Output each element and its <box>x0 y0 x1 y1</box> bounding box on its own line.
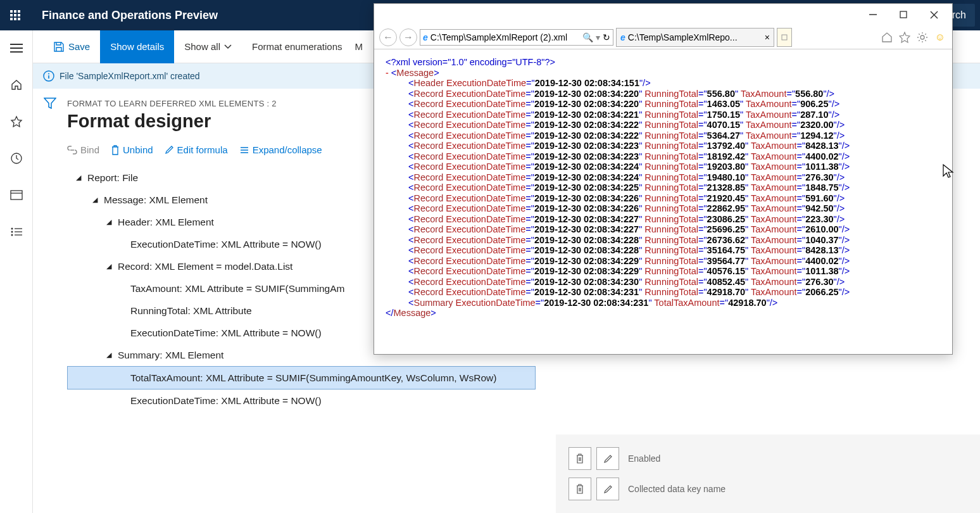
svg-rect-6 <box>11 191 22 200</box>
address-text: C:\Temp\SampleXmlReport (2).xml <box>430 32 580 42</box>
back-button[interactable]: ← <box>379 28 397 46</box>
home-button[interactable] <box>4 72 29 98</box>
forward-button[interactable]: → <box>399 28 417 46</box>
collected-label: Collected data key name <box>628 484 726 494</box>
tree-label: Record: XML Element = model.Data.List <box>118 255 292 277</box>
show-all-button[interactable]: Show all <box>174 30 242 63</box>
pencil-icon <box>603 454 613 464</box>
prop-row-enabled: Enabled <box>569 447 967 470</box>
svg-point-10 <box>11 231 13 233</box>
info-icon <box>43 70 54 82</box>
format-enum-label: Format enumerations <box>252 41 342 52</box>
tab-close-button[interactable]: × <box>765 32 770 42</box>
home-button[interactable] <box>880 30 894 44</box>
trash-icon <box>575 484 584 494</box>
maximize-button[interactable] <box>889 6 918 23</box>
tree-label: Summary: XML Element <box>118 344 223 366</box>
filter-column <box>33 89 67 513</box>
more-label: M <box>355 41 363 52</box>
link-icon <box>67 146 77 155</box>
pencil-icon <box>165 145 174 155</box>
grid-icon <box>10 10 20 20</box>
edit-collected-button[interactable] <box>596 478 619 500</box>
expand-label: Expand/collapse <box>253 144 322 155</box>
prop-row-collected: Collected data key name <box>569 478 967 500</box>
tree-label: ExecutionDateTime: XML Attribute = NOW() <box>130 233 322 255</box>
refresh-button[interactable]: ↻ <box>603 32 610 42</box>
ie-logo-icon: e <box>620 32 625 42</box>
ie-titlebar[interactable] <box>374 4 952 25</box>
edit-formula-label: Edit formula <box>177 144 228 155</box>
left-rail <box>0 30 33 513</box>
home-icon <box>10 79 23 91</box>
delete-enabled-button[interactable] <box>569 447 591 470</box>
tab-title: C:\Temp\SampleXmlRepo... <box>628 32 762 42</box>
info-text: File 'SampleXmlReport.xml' created <box>60 71 200 81</box>
star-icon <box>10 115 23 128</box>
svg-rect-24 <box>782 35 787 40</box>
edit-enabled-button[interactable] <box>596 447 619 470</box>
expand-collapse-button[interactable]: Expand/collapse <box>239 144 322 155</box>
search-icon[interactable]: 🔍 <box>582 32 593 42</box>
close-button[interactable] <box>919 6 948 23</box>
tree-label: RunningTotal: XML Attribute <box>130 300 252 322</box>
xml-viewer: <?xml version="1.0" encoding="UTF-8"?>- … <box>374 49 952 326</box>
ie-window: ← → e C:\Temp\SampleXmlReport (2).xml 🔍 … <box>374 3 953 355</box>
trash-icon <box>111 145 120 155</box>
workspaces-button[interactable] <box>4 182 29 208</box>
show-details-button[interactable]: Show details <box>100 30 174 63</box>
bind-button[interactable]: Bind <box>67 144 99 155</box>
filter-icon <box>44 98 56 109</box>
tree-label: TotalTaxAmount: XML Attribute = SUMIF(Su… <box>130 367 496 389</box>
format-enumerations-button[interactable]: Format enumerations <box>242 30 353 63</box>
svg-point-15 <box>48 73 49 75</box>
properties-panel: Enabled Collected data key name <box>556 434 980 513</box>
app-title: Finance and Operations Preview <box>42 9 218 22</box>
gear-icon <box>917 32 928 43</box>
expand-icon <box>239 146 249 155</box>
close-icon <box>930 11 938 19</box>
browser-tab[interactable]: e C:\Temp\SampleXmlRepo... × <box>616 28 774 47</box>
save-icon <box>53 41 65 53</box>
tree-node-summary-dt[interactable]: ◢ExecutionDateTime: XML Attribute = NOW(… <box>67 390 536 412</box>
tree-label: Header: XML Element <box>118 211 214 233</box>
recents-button[interactable] <box>4 146 29 171</box>
svg-point-8 <box>11 228 13 230</box>
bind-label: Bind <box>80 144 99 155</box>
modules-button[interactable] <box>4 219 29 244</box>
tree-label: Message: XML Element <box>104 189 208 211</box>
enabled-label: Enabled <box>628 453 660 464</box>
tree-label: TaxAmount: XML Attribute = SUMIF(Summing… <box>130 277 344 300</box>
property-value-input[interactable] <box>610 396 971 429</box>
tree-node-total-tax[interactable]: ◢TotalTaxAmount: XML Attribute = SUMIF(S… <box>67 366 536 390</box>
favorites-button[interactable] <box>4 109 29 134</box>
delete-collected-button[interactable] <box>569 478 591 500</box>
tree-label: ExecutionDateTime: XML Attribute = NOW() <box>130 322 322 344</box>
tools-button[interactable] <box>915 30 929 44</box>
trash-icon <box>575 453 584 464</box>
chevron-down-icon <box>224 44 232 49</box>
address-bar[interactable]: e C:\Temp\SampleXmlReport (2).xml 🔍 ▾ ↻ <box>420 29 613 46</box>
favorites-button[interactable] <box>898 30 912 44</box>
edit-formula-button[interactable]: Edit formula <box>165 144 228 155</box>
ie-navbar: ← → e C:\Temp\SampleXmlReport (2).xml 🔍 … <box>374 25 952 49</box>
smiley-button[interactable]: ☺ <box>933 30 947 44</box>
unbind-button[interactable]: Unbind <box>111 144 153 155</box>
save-button[interactable]: Save <box>43 30 100 63</box>
tree-label: Report: File <box>87 167 138 189</box>
app-launcher-button[interactable] <box>0 0 30 30</box>
svg-rect-21 <box>900 11 907 18</box>
smiley-icon: ☺ <box>935 32 945 43</box>
star-icon <box>899 32 910 43</box>
hamburger-button[interactable] <box>4 35 29 61</box>
ie-logo-icon: e <box>423 32 428 42</box>
tree-label: ExecutionDateTime: XML Attribute = NOW() <box>130 390 322 412</box>
clock-icon <box>10 152 23 165</box>
more-button[interactable]: M <box>353 30 366 63</box>
minimize-button[interactable] <box>858 6 888 23</box>
filter-button[interactable] <box>44 98 56 513</box>
workspace-icon <box>10 190 23 200</box>
new-tab-button[interactable] <box>777 28 792 47</box>
list-icon <box>10 227 23 237</box>
svg-point-12 <box>11 234 13 236</box>
